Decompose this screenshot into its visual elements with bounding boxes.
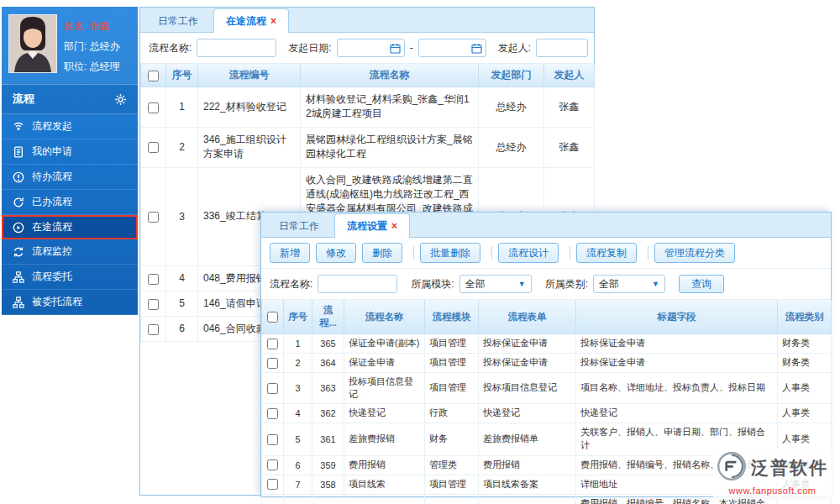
col-code: 流程... [312, 300, 344, 334]
tab-label: 在途流程 [226, 15, 266, 27]
toolbar-button[interactable]: 修改 [316, 243, 356, 263]
row-checkbox[interactable] [148, 102, 159, 113]
row-checkbox[interactable] [148, 142, 159, 153]
row-checkbox[interactable] [267, 459, 278, 470]
sidebar-item-label: 我的申请 [32, 144, 72, 159]
tab-label: 流程设置 [347, 220, 387, 232]
table-row[interactable]: 1 365 保证金申请(副本) 项目管理 投标保证金申请 投标保证金申请 财务类 [262, 334, 832, 354]
play-circle-icon [13, 222, 24, 234]
cell-category: 财务类 [778, 353, 832, 372]
refresh-icon [13, 197, 24, 208]
row-checkbox[interactable] [267, 358, 278, 369]
user-profile: 姓名: 张鑫 部门: 总经办 职位: 总经理 [2, 7, 138, 84]
calendar-icon[interactable] [390, 43, 401, 54]
table-row[interactable]: 2 364 保证金申请 项目管理 投标保证金申请 投标保证金申请 财务类 [262, 353, 832, 372]
select-all-checkbox[interactable] [267, 312, 278, 323]
sidebar-item-label: 被委托流程 [32, 295, 82, 309]
calendar-icon[interactable] [471, 43, 482, 54]
cell-no: 8 [284, 494, 312, 504]
toolbar-button[interactable]: 批量删除 [420, 243, 480, 263]
toolbar: 新增 修改 删除 批量删除 流程设计 流程复制 管理流程分类 [261, 238, 831, 269]
module-label: 所属模块: [411, 277, 454, 291]
tab-label: 日常工作 [158, 15, 198, 27]
category-label: 所属类别: [545, 277, 588, 291]
gear-icon[interactable] [114, 93, 127, 106]
cell-code: 222_材料验收登记 [198, 87, 301, 128]
table-row[interactable]: 2 346_施工组织设计方案申请 晨铭园林绿化工程组织设计方案_晨铭园林绿化工程… [141, 127, 595, 167]
tab-in-transit[interactable]: 在途流程× [213, 8, 289, 33]
start-date-to-input[interactable] [423, 43, 471, 53]
row-checkbox[interactable] [148, 212, 159, 223]
cell-title-field: 快递登记 [576, 403, 778, 423]
col-no: 序号 [166, 64, 198, 87]
col-no: 序号 [284, 300, 312, 334]
cell-module: 财务 [425, 494, 479, 504]
sidebar-menu: 流程发起 我的申请 待 [2, 114, 138, 315]
cell-no: 2 [166, 127, 198, 167]
col-form: 流程表单 [479, 300, 576, 334]
row-checkbox[interactable] [148, 299, 159, 310]
sidebar-item-my-applications[interactable]: 我的申请 [2, 139, 138, 165]
cell-no: 6 [166, 316, 198, 341]
avatar [8, 14, 57, 73]
table-row[interactable]: 4 362 快递登记 行政 快递登记 快递登记 人事类 [262, 403, 832, 423]
row-checkbox[interactable] [148, 324, 159, 335]
tab-daily-work[interactable]: 日常工作 [145, 8, 211, 33]
sidebar-item-label: 流程委托 [32, 270, 72, 284]
module-select[interactable]: 全部 ▼ [459, 275, 532, 293]
sidebar-item-label: 待办流程 [32, 170, 72, 184]
sidebar-item-in-transit-processes[interactable]: 在途流程 [2, 215, 138, 239]
sidebar-item-process-monitoring[interactable]: 流程监控 [2, 239, 138, 265]
cell-no: 5 [284, 423, 312, 455]
col-category: 流程类别 [778, 300, 832, 334]
toolbar-button[interactable]: 删除 [362, 243, 402, 263]
cell-no: 1 [166, 87, 198, 128]
start-date-from-input[interactable] [341, 43, 390, 53]
cell-form: 投标保证金申请 [479, 334, 576, 354]
select-all-cell [262, 300, 284, 334]
toolbar-button[interactable]: 管理流程分类 [654, 243, 735, 263]
table-row[interactable]: 1 222_材料验收登记 材料验收登记_材料采购_张鑫_华润12城房建工程项目 … [141, 87, 595, 128]
filter-bar: 流程名称: 所属模块: 全部 ▼ 所属类别: 全部 ▼ 查询 [261, 269, 831, 300]
row-checkbox[interactable] [267, 383, 278, 394]
cell-form: 费用报销 [479, 494, 576, 504]
cell-no: 4 [166, 265, 198, 291]
toolbar-button[interactable]: 流程设计 [498, 243, 559, 263]
sidebar-item-pending-processes[interactable]: 待办流程 [2, 165, 138, 190]
toolbar-button[interactable]: 流程复制 [576, 243, 637, 263]
cell-code: 363 [312, 372, 344, 403]
process-name-input[interactable] [318, 275, 397, 293]
process-name-input[interactable] [197, 39, 276, 57]
sidebar-item-completed-processes[interactable]: 已办流程 [2, 190, 138, 215]
toolbar-button[interactable]: 新增 [270, 243, 310, 263]
tab-process-settings[interactable]: 流程设置× [334, 213, 410, 238]
user-position: 职位: 总经理 [64, 56, 120, 76]
select-all-checkbox[interactable] [148, 71, 159, 81]
close-icon[interactable]: × [391, 220, 397, 232]
row-checkbox[interactable] [267, 479, 278, 490]
cell-form: 快递登记 [479, 403, 576, 423]
sidebar-item-label: 流程发起 [32, 119, 72, 134]
cell-code: 357 [312, 494, 344, 504]
row-checkbox[interactable] [267, 434, 278, 445]
tab-daily-work[interactable]: 日常工作 [266, 213, 332, 238]
user-name: 姓名: 张鑫 [64, 16, 120, 36]
row-checkbox[interactable] [267, 339, 278, 349]
row-checkbox[interactable] [148, 274, 159, 285]
sidebar-item-process-delegation[interactable]: 流程委托 [2, 265, 138, 290]
category-select[interactable]: 全部 ▼ [593, 275, 665, 293]
process-name-label: 流程名称: [149, 41, 192, 55]
org-chart-icon [13, 271, 24, 283]
initiator-input[interactable] [536, 39, 588, 57]
table-header-row: 序号 流程... 流程名称 流程模块 流程表单 标题字段 流程类别 [262, 300, 832, 334]
cell-no: 6 [284, 455, 312, 475]
row-checkbox[interactable] [267, 408, 278, 419]
sidebar-item-delegated-processes[interactable]: 被委托流程 [2, 290, 138, 315]
cell-dept: 总经办 [479, 87, 544, 128]
cell-category: 财务类 [778, 334, 832, 354]
close-icon[interactable]: × [270, 15, 276, 27]
sidebar-title: 流程 [13, 92, 34, 107]
query-button[interactable]: 查询 [679, 275, 724, 293]
table-row[interactable]: 3 363 投标项目信息登记 项目管理 投标项目信息登记 项目名称、详细地址、投… [262, 372, 832, 403]
sidebar-item-process-initiate[interactable]: 流程发起 [2, 114, 138, 139]
